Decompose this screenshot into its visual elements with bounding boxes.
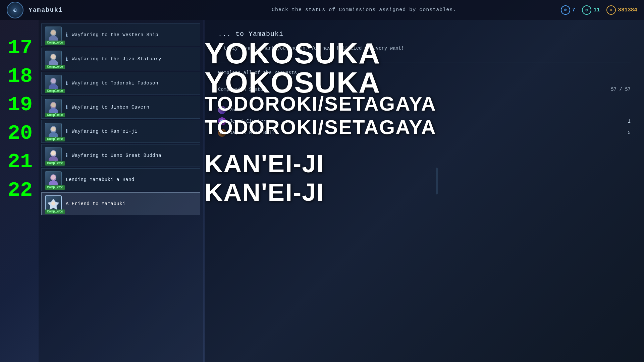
quest-icon: ⊕ (561, 5, 570, 15)
info-icon-20: ℹ (66, 104, 68, 111)
gold-icon: ◈ (218, 106, 226, 114)
quest-title-17: Wayfaring to the Western Ship (72, 32, 197, 38)
quest-num-20: 20 (0, 119, 40, 147)
quest-title-lending: Lending Yamabuki a Hand (66, 177, 197, 182)
quest-title-22: Wayfaring to Ueno Great Buddha (72, 153, 197, 158)
svg-point-17 (51, 151, 56, 156)
svg-point-5 (51, 54, 56, 59)
game-logo: ☯ (7, 2, 23, 18)
reward-icon-0: 💎 (218, 117, 226, 125)
svg-point-22 (51, 201, 55, 205)
quest-title-friend: A Friend to Yamabuki (66, 201, 197, 206)
completion-value: 57 / 57 (611, 87, 631, 92)
svg-point-14 (51, 127, 56, 131)
reward-name-1: Dayu's Rice Ball (229, 130, 625, 135)
quest-item-18[interactable]: ℹ Wayfaring to the Jizo Statuary Complet… (41, 48, 200, 70)
quest-item-22[interactable]: ℹ Wayfaring to Ueno Great Buddha Complet… (41, 144, 200, 167)
quest-title-19: Wayfaring to Todoroki Fudoson (72, 80, 197, 86)
quest-title-18: Wayfaring to the Jizo Statuary (72, 56, 197, 62)
stat-quests: ⊕ 7 (561, 5, 576, 15)
complete-badge-19: Complete (45, 89, 65, 93)
quest-num-18: 18 (0, 62, 40, 90)
character-name: Yamabuki (29, 7, 63, 13)
reward-icon-1: 🍙 (218, 129, 226, 137)
logo-icon: ☯ (13, 6, 17, 14)
info-icon-22: ℹ (66, 152, 68, 159)
quest-title-21: Wayfaring to Kan'ei-ji (72, 129, 197, 134)
detail-divider-1 (218, 62, 631, 62)
info-icon-17: ℹ (66, 32, 68, 38)
svg-point-2 (51, 30, 56, 35)
quest-number-column: 17 18 19 20 21 22 (0, 20, 40, 204)
quest-item-17[interactable]: ℹ Wayfaring to the Western Ship Complete (41, 23, 200, 46)
detail-quest-text: I truly cannot thank you enough. You hav… (218, 45, 631, 52)
completion-status-row: Completion Status 57 / 57 (218, 87, 631, 92)
reward-name-0: Jewel Cluster (229, 119, 625, 124)
complete-badge-friend: Complete (45, 209, 65, 214)
svg-point-11 (51, 103, 56, 107)
info-icon-18: ℹ (66, 56, 68, 62)
quest-num-22: 22 (0, 176, 40, 204)
quest-item-lending[interactable]: Lending Yamabuki a Hand Complete (41, 168, 200, 191)
currency-icon: ❋ (606, 5, 616, 15)
stat-collectibles: ◎ 11 (582, 5, 600, 15)
complete-badge-22: Complete (45, 161, 65, 166)
complete-badge-21: Complete (45, 137, 65, 141)
quest-detail-panel: ... to Yamabuki I truly cannot thank you… (205, 20, 644, 362)
svg-point-20 (51, 175, 56, 180)
quest-item-friend[interactable]: A Friend to Yamabuki Complete (41, 192, 200, 215)
hud-subtitle: Check the status of Commissions assigned… (272, 7, 456, 13)
reward-row-0: 💎 Jewel Cluster 1 (218, 117, 631, 125)
quest-item-19[interactable]: ℹ Wayfaring to Todoroki Fudoson Complete (41, 72, 200, 95)
info-icon-21: ℹ (66, 128, 68, 135)
info-icon-19: ℹ (66, 80, 68, 86)
complete-badge-20: Complete (45, 113, 65, 117)
detail-divider-2 (218, 99, 631, 99)
complete-badge-lending: Complete (45, 185, 65, 190)
svg-point-8 (51, 78, 56, 83)
completion-label: Completion Status (218, 87, 266, 92)
reward-qty-1: 5 (628, 130, 631, 135)
complete-badge-17: Complete (45, 41, 65, 45)
hud-stats: ⊕ 7 ◎ 11 ❋ 381384 (561, 5, 637, 15)
quest-item-21[interactable]: ℹ Wayfaring to Kan'ei-ji Complete (41, 120, 200, 143)
quest-num-21: 21 (0, 147, 40, 176)
stat-currency: ❋ 381384 (606, 5, 637, 15)
hud-bar: ☯ Yamabuki Check the status of Commissio… (0, 0, 644, 20)
gold-reward-value: 25000 (229, 107, 631, 113)
reward-qty-0: 1 (628, 119, 631, 124)
collectible-icon: ◎ (582, 5, 591, 15)
detail-quest-title: ... to Yamabuki (218, 30, 631, 38)
complete-badge-18: Complete (45, 65, 65, 69)
currency-count: 381384 (618, 7, 637, 13)
quest-title-20: Wayfaring to Jinben Cavern (72, 105, 197, 110)
reward-row-1: 🍙 Dayu's Rice Ball 5 (218, 129, 631, 137)
collectible-count: 11 (593, 7, 600, 13)
quest-list-panel: ℹ Wayfaring to the Western Ship Complete… (39, 20, 203, 362)
detail-quest-note: Complete all of the requests. (218, 69, 631, 76)
quest-num-17: 17 (0, 34, 40, 62)
quest-count: 7 (572, 7, 576, 13)
gold-reward-row: ◈ 25000 (218, 106, 631, 114)
quest-num-19: 19 (0, 90, 40, 119)
quest-item-20[interactable]: ℹ Wayfaring to Jinben Cavern Complete (41, 96, 200, 119)
